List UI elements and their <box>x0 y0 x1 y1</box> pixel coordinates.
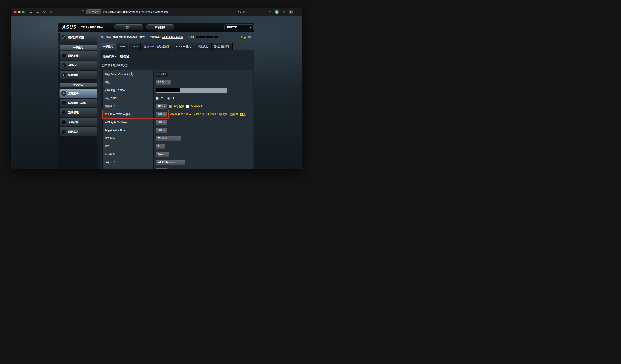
op-mode-label: 運作模式: <box>101 35 112 39</box>
bg-protection-checkbox[interactable] <box>170 105 172 108</box>
address-bar[interactable]: 不安全 http:// 192.168.1.101 /Advanced_Wire… <box>81 9 246 14</box>
firmware-version-link[interactable]: 3.0.0.4.386_53119 <box>162 35 183 39</box>
back-button[interactable]: ← <box>29 10 33 14</box>
downloads-icon[interactable] <box>268 10 272 14</box>
tab-professional[interactable]: 專業設定 <box>195 43 211 50</box>
profile-avatar[interactable]: E <box>289 10 293 14</box>
insecure-lock-icon <box>88 11 91 13</box>
page-subtitle: 設定以下無線相關資訊。 <box>103 64 252 67</box>
toggle-knob <box>156 72 160 77</box>
extension-channel-select[interactable]: Below <box>156 152 169 157</box>
hide-ssid-no-radio[interactable] <box>167 97 170 100</box>
sidebar-item-administration[interactable]: 系統管理 <box>59 108 97 117</box>
disable-11b-label: Disable 11b <box>191 105 205 108</box>
grammarly-icon[interactable]: G <box>275 10 279 14</box>
row-label: 啟動 Smart Connect ? <box>103 70 154 78</box>
sidebar-item-network-tools[interactable]: 網路工具 <box>59 127 97 136</box>
extension-channel-value: Below <box>158 153 164 156</box>
target-wake-time-value: 停用 <box>158 129 163 132</box>
extensions-puzzle-icon[interactable] <box>282 10 286 14</box>
chevron-down-icon <box>178 137 179 139</box>
sidebar-item-network-map[interactable]: 網路地圖 <box>59 51 97 60</box>
minimize-button[interactable] <box>18 11 21 13</box>
toolbar-right-cluster: G E <box>268 10 299 14</box>
sidebar-item-guest-network[interactable]: 訪客網路 <box>59 70 97 79</box>
row-value: 自動 b/g 保護 Disable 11b <box>154 102 253 110</box>
magic-wand-icon <box>61 34 67 40</box>
shield-icon[interactable] <box>81 10 85 14</box>
wpa-encryption-select[interactable]: AES <box>156 168 168 169</box>
table-row: WPA 加密 AES <box>103 166 253 169</box>
hide-ssid-yes-radio[interactable] <box>156 97 159 100</box>
sidebar-item-label: 網路地圖 <box>68 54 79 58</box>
sidebar-item-label: 無線網路 <box>68 92 79 95</box>
table-row: 802.11ax / WiFi 6 模式 啟用 如果啟用 802.11ax，Wi… <box>103 110 253 118</box>
band-select-value: 2.4 GHz <box>158 81 167 84</box>
tab-wds[interactable]: WDS <box>129 43 141 50</box>
forward-button[interactable]: → <box>35 10 40 14</box>
aimesh-icon <box>61 63 67 68</box>
asus-logo: ASUS <box>62 24 77 30</box>
guest-network-icon <box>61 72 67 78</box>
home-button[interactable]: ⌂ <box>49 10 53 14</box>
tab-roaming-block[interactable]: 漫遊封鎖清單 <box>211 43 233 50</box>
row-value: Below <box>154 150 253 158</box>
op-mode-link[interactable]: 無線存取點 (Access Point) <box>113 35 145 39</box>
row-value: 停用 <box>154 118 253 126</box>
disable-11b-checkbox[interactable] <box>186 105 189 108</box>
sidebar-item-quick-setup[interactable]: 網路設定精靈 <box>59 33 97 42</box>
row-label: 授權方式 <box>103 158 154 166</box>
sidebar-item-aimesh[interactable]: AiMesh <box>59 61 97 70</box>
tools-icon <box>61 129 67 135</box>
help-icon[interactable]: ? <box>129 72 133 76</box>
channel-select[interactable]: 9 <box>156 144 165 149</box>
table-row: 延伸頻道 Below <box>103 150 253 158</box>
url-text[interactable]: http:// 192.168.1.101 /Advanced_Wireless… <box>103 10 168 13</box>
tab-wps[interactable]: WPS <box>117 43 128 50</box>
router-admin-ui: ASUS RT-AX1800 Plus 登出 重新開機 繁體中文 <box>58 23 254 169</box>
close-button[interactable] <box>14 11 17 13</box>
auth-method-value: WPA2-Personal <box>158 161 175 164</box>
ssid-input[interactable] <box>156 88 227 93</box>
row-label: 頻道頻寬 <box>103 134 154 142</box>
wifi6-mode-select[interactable]: 啟用 <box>156 112 168 117</box>
firmware-label: 韌體版本: <box>150 35 161 39</box>
sidebar-item-system-log[interactable]: 系統記錄 <box>59 118 97 127</box>
band-select[interactable]: 2.4 GHz <box>156 80 172 85</box>
row-label: 無線模式 <box>103 102 154 110</box>
title-divider <box>103 61 252 61</box>
app-link[interactable]: App <box>241 36 246 39</box>
tab-mac-filter[interactable]: 無線 MAC 地址過濾器 <box>141 43 172 50</box>
target-wake-time-select[interactable]: 停用 <box>156 128 168 133</box>
sidebar-item-wireless[interactable]: 無線網路 <box>59 89 97 98</box>
log-document-icon <box>61 119 67 125</box>
chevron-down-icon <box>164 129 166 131</box>
bookmark-star-icon[interactable]: ☆ <box>243 10 246 14</box>
chevron-down-icon <box>164 113 166 115</box>
security-badge[interactable]: 不安全 <box>86 9 102 14</box>
table-row: 頻道頻寬 20/40 MHz <box>103 134 253 142</box>
users-icon[interactable] <box>247 35 252 39</box>
sidebar-item-lan[interactable]: 區域網路(LAN) <box>59 99 97 107</box>
wireless-mode-select[interactable]: 自動 <box>156 104 168 109</box>
page-title: 無線網路 - 一般設定 <box>103 54 252 58</box>
reboot-button[interactable]: 重新開機 <box>146 24 174 30</box>
language-dropdown[interactable]: 繁體中文 <box>224 24 254 30</box>
sidebar-item-label: 網路工具 <box>68 130 79 133</box>
maximize-button[interactable] <box>22 11 25 13</box>
reload-button[interactable]: ↻ <box>42 10 47 14</box>
auth-method-select[interactable]: WPA2-Personal <box>156 160 185 165</box>
tab-grid-icon[interactable] <box>238 11 241 13</box>
radio-label-yes: 是 <box>161 97 163 100</box>
tab-radius[interactable]: RADIUS 設定 <box>173 43 194 50</box>
tab-general[interactable]: 一般設定 <box>100 43 116 50</box>
chevron-down-icon <box>166 153 168 155</box>
agile-multiband-select[interactable]: 停用 <box>156 120 168 125</box>
faq-link[interactable]: FAQ <box>240 113 246 116</box>
smart-connect-toggle[interactable]: OFF <box>156 72 168 77</box>
table-row: WiFi Agile Multiband 停用 <box>103 118 253 126</box>
channel-bandwidth-select[interactable]: 20/40 MHz <box>156 136 181 141</box>
menu-hamburger-icon[interactable] <box>296 11 299 13</box>
wifi-icon <box>61 91 67 96</box>
logout-button[interactable]: 登出 <box>114 24 143 30</box>
